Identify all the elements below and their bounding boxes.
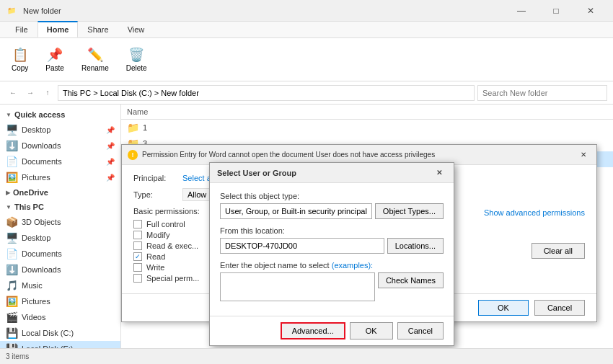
back-button[interactable]: ← [6, 86, 20, 100]
sidebar-item-pictures-qa[interactable]: 🖼️ Pictures 📌 [0, 169, 120, 185]
check-names-button[interactable]: Check Names [378, 272, 444, 288]
title-bar: 📁 New folder — □ ✕ [0, 0, 613, 22]
sidebar-item-downloads-pc[interactable]: ⬇️ Downloads [0, 262, 120, 278]
thispc-header[interactable]: ▼ This PC [0, 200, 120, 214]
thispc-label: This PC [14, 203, 44, 211]
desktop-icon: 🖥️ [6, 124, 17, 136]
downloads-icon: ⬇️ [6, 140, 17, 151]
examples-link[interactable]: (examples): [332, 261, 373, 270]
sidebar-item-local-c[interactable]: 💾 Local Disk (C:) [0, 325, 120, 341]
object-name-textarea[interactable] [220, 272, 375, 301]
pictures-pc-icon: 🖼️ [6, 296, 17, 307]
ribbon-tabs: File Home Share View [0, 22, 613, 37]
expand-icon: ▼ [6, 112, 12, 118]
disk-e-icon: 💾 [6, 343, 17, 348]
paste-button[interactable]: 📌 Paste [40, 44, 70, 75]
enter-label: Enter the object name to select (example… [220, 261, 444, 270]
location-label: From this location: [220, 226, 444, 235]
sidebar-item-documents-pc[interactable]: 📄 Documents [0, 246, 120, 262]
sidebar-item-videos[interactable]: 🎬 Videos [0, 309, 120, 325]
maximize-button[interactable]: □ [539, 0, 573, 22]
window-controls: — □ ✕ [505, 0, 607, 22]
locations-button[interactable]: Locations... [387, 238, 444, 254]
pin-icon: 📌 [106, 126, 115, 134]
rename-button[interactable]: ✏️ Rename [76, 44, 115, 75]
sidebar-item-desktop-qa[interactable]: 🖥️ Desktop 📌 [0, 122, 120, 138]
downloads-pc-icon: ⬇️ [6, 264, 17, 275]
tab-view[interactable]: View [118, 22, 154, 37]
minimize-button[interactable]: — [505, 0, 538, 22]
onedrive-expand-icon: ▶ [6, 190, 10, 196]
advanced-button[interactable]: Advanced... [281, 322, 345, 339]
write-checkbox[interactable] [133, 263, 142, 272]
select-user-footer: Advanced... OK Cancel [210, 316, 454, 345]
sidebar-item-music[interactable]: 🎵 Music [0, 278, 120, 293]
forward-button[interactable]: → [23, 86, 38, 100]
object-type-input[interactable] [220, 203, 372, 219]
location-row: Locations... [220, 238, 444, 254]
tab-home[interactable]: Home [38, 21, 79, 37]
rename-icon: ✏️ [87, 47, 103, 63]
sidebar-item-3dobjects[interactable]: 📦 3D Objects [0, 214, 120, 230]
select-user-ok-button[interactable]: OK [350, 322, 393, 339]
object-types-button[interactable]: Object Types... [375, 203, 444, 219]
permission-ok-button[interactable]: OK [478, 300, 529, 316]
3dobjects-icon: 📦 [6, 216, 17, 228]
close-window-button[interactable]: ✕ [574, 0, 607, 22]
object-name-row: Check Names [220, 272, 444, 301]
folder-icon-1: 📁 [127, 122, 138, 133]
delete-button[interactable]: 🗑️ Delete [120, 44, 153, 75]
documents-icon: 📄 [6, 156, 17, 167]
up-button[interactable]: ↑ [40, 86, 55, 100]
special-checkbox[interactable] [133, 274, 142, 283]
sidebar-item-pictures-pc[interactable]: 🖼️ Pictures [0, 293, 120, 309]
read-exec-checkbox[interactable] [133, 241, 142, 250]
select-user-cancel-button[interactable]: Cancel [397, 322, 444, 339]
quick-access-header[interactable]: ▼ Quick access [0, 107, 120, 122]
ribbon-content: 📋 Copy 📌 Paste ✏️ Rename 🗑️ Delete [0, 37, 613, 81]
search-input[interactable] [477, 85, 607, 101]
permission-dialog-close-button[interactable]: ✕ [576, 148, 591, 162]
onedrive-header[interactable]: ▶ OneDrive [0, 185, 120, 200]
show-advanced-link[interactable]: Show advanced permissions [484, 208, 585, 217]
main-area: ▼ Quick access 🖥️ Desktop 📌 ⬇️ Downloads… [0, 105, 613, 348]
pin-icon-dl: 📌 [106, 142, 115, 150]
sidebar-item-desktop-pc[interactable]: 🖥️ Desktop [0, 230, 120, 246]
address-path[interactable]: This PC > Local Disk (C:) > New folder [58, 85, 475, 101]
sidebar-item-downloads-qa[interactable]: ⬇️ Downloads 📌 [0, 138, 120, 154]
copy-icon: 📋 [12, 47, 28, 63]
sidebar-item-local-e[interactable]: 💾 Local Disk (E:) [0, 341, 120, 348]
sidebar-item-documents-qa[interactable]: 📄 Documents 📌 [0, 154, 120, 169]
path-text: This PC > Local Disk (C:) > New folder [63, 89, 199, 97]
select-user-title-bar: Select User or Group ✕ [210, 163, 454, 183]
paste-icon: 📌 [47, 47, 63, 63]
pictures-icon: 🖼️ [6, 172, 17, 183]
location-input[interactable] [220, 238, 384, 254]
object-type-row: Object Types... [220, 203, 444, 219]
pin-icon-doc: 📌 [106, 158, 115, 166]
desktop-pc-icon: 🖥️ [6, 232, 17, 244]
permission-dialog-title: Permission Entry for Word cannot open th… [142, 151, 435, 159]
tab-share[interactable]: Share [78, 22, 118, 37]
music-icon: 🎵 [6, 280, 17, 291]
pin-icon-pic: 📌 [106, 174, 115, 182]
clear-all-button[interactable]: Clear all [532, 243, 585, 259]
thispc-expand-icon: ▼ [6, 204, 12, 210]
file-list-header: Name [121, 105, 613, 120]
sidebar: ▼ Quick access 🖥️ Desktop 📌 ⬇️ Downloads… [0, 105, 121, 348]
onedrive-label: OneDrive [13, 188, 48, 197]
principal-label: Principal: [133, 174, 177, 182]
permission-cancel-button[interactable]: Cancel [534, 300, 585, 316]
copy-button[interactable]: 📋 Copy [6, 44, 34, 75]
select-user-close-button[interactable]: ✕ [432, 166, 446, 180]
ribbon: File Home Share View 📋 Copy 📌 Paste ✏️ R… [0, 22, 613, 81]
disk-c-icon: 💾 [6, 327, 17, 339]
modify-checkbox[interactable] [133, 231, 142, 239]
read-checkbox[interactable]: ✓ [133, 252, 142, 261]
tab-file[interactable]: File [6, 22, 38, 37]
videos-icon: 🎬 [6, 311, 17, 323]
table-row[interactable]: 📁 1 [121, 120, 613, 136]
name-column-header: Name [127, 107, 148, 116]
window-title: New folder [23, 6, 61, 15]
full-control-checkbox[interactable] [133, 220, 142, 228]
